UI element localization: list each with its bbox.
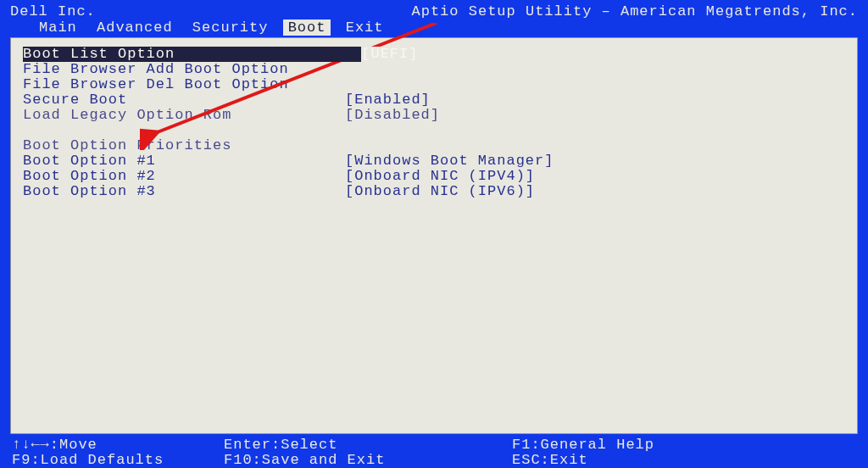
legend-defaults: F9:Load Defaults <box>12 453 224 468</box>
setting-value: [Onboard NIC (IPV4)] <box>345 169 535 184</box>
tab-main[interactable]: Main <box>34 20 82 36</box>
legend-select: Enter:Select <box>224 437 512 453</box>
setting-label: Boot Option #2 <box>23 169 345 184</box>
boot-list-option-row[interactable]: Boot List Option [UEFI] <box>23 47 845 62</box>
bios-header: Dell Inc. Aptio Setup Utility – American… <box>0 0 868 37</box>
setting-label: Load Legacy Option Rom <box>23 108 345 123</box>
menu-tabs: Main Advanced Security Boot Exit <box>10 20 858 37</box>
settings-panel: Boot List Option [UEFI] File Browser Add… <box>10 37 858 434</box>
boot-option-2-row[interactable]: Boot Option #2 [Onboard NIC (IPV4)] <box>23 169 845 184</box>
setting-label: File Browser Del Boot Option <box>23 77 345 92</box>
load-legacy-rom-row[interactable]: Load Legacy Option Rom [Disabled] <box>23 108 845 123</box>
setting-value: [Onboard NIC (IPV6)] <box>345 184 535 199</box>
tab-exit[interactable]: Exit <box>341 20 389 36</box>
bios-screen: Dell Inc. Aptio Setup Utility – American… <box>0 0 868 468</box>
tab-security[interactable]: Security <box>187 20 274 36</box>
boot-option-1-row[interactable]: Boot Option #1 [Windows Boot Manager] <box>23 153 845 169</box>
boot-option-3-row[interactable]: Boot Option #3 [Onboard NIC (IPV6)] <box>23 184 845 199</box>
setting-label: Boot List Option <box>23 47 361 62</box>
file-browser-add-row[interactable]: File Browser Add Boot Option <box>23 62 845 77</box>
vendor-label: Dell Inc. <box>10 3 96 20</box>
setting-label: Boot Option #1 <box>23 153 345 169</box>
setting-value: [UEFI] <box>361 47 418 62</box>
utility-label: Aptio Setup Utility – American Megatrend… <box>412 3 858 20</box>
tab-boot[interactable]: Boot <box>283 20 331 36</box>
tab-advanced[interactable]: Advanced <box>92 20 178 36</box>
legend-move: ↑↓←→:Move <box>12 437 224 453</box>
setting-value: [Disabled] <box>345 108 440 123</box>
boot-priorities-heading: Boot Option Priorities <box>23 138 845 153</box>
file-browser-del-row[interactable]: File Browser Del Boot Option <box>23 77 845 92</box>
setting-value: [Windows Boot Manager] <box>345 153 554 169</box>
legend-help: F1:General Help <box>512 437 856 453</box>
setting-label: File Browser Add Boot Option <box>23 62 345 77</box>
key-legend: ↑↓←→:Move Enter:Select F1:General Help F… <box>0 434 868 468</box>
setting-label: Secure Boot <box>23 92 345 108</box>
setting-value: [Enabled] <box>345 92 431 108</box>
legend-exit: ESC:Exit <box>512 453 856 468</box>
legend-save-exit: F10:Save and Exit <box>224 453 512 468</box>
secure-boot-row[interactable]: Secure Boot [Enabled] <box>23 92 845 108</box>
setting-label: Boot Option #3 <box>23 184 345 199</box>
